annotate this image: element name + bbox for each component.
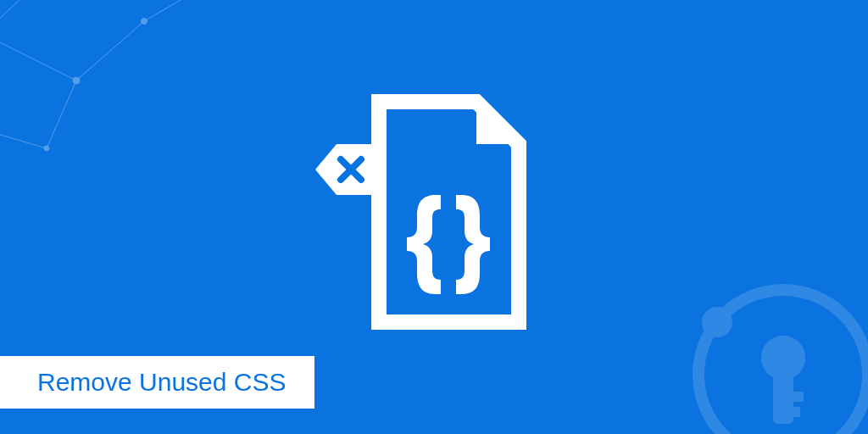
caption-text: Remove Unused CSS xyxy=(37,368,286,397)
svg-rect-18 xyxy=(785,407,800,417)
svg-point-8 xyxy=(44,146,49,151)
svg-rect-17 xyxy=(785,392,804,402)
svg-line-2 xyxy=(47,81,76,148)
css-file-delete-icon xyxy=(307,85,561,339)
svg-line-5 xyxy=(0,127,47,148)
svg-line-1 xyxy=(76,21,144,81)
caption-box: Remove Unused CSS xyxy=(0,356,314,409)
svg-line-3 xyxy=(144,0,195,21)
svg-line-0 xyxy=(0,34,76,81)
svg-point-7 xyxy=(142,19,147,25)
network-nodes-icon xyxy=(0,0,237,170)
svg-point-6 xyxy=(73,77,80,84)
svg-point-13 xyxy=(702,307,732,337)
svg-line-4 xyxy=(0,0,47,34)
keycdn-logo-icon xyxy=(673,264,868,434)
